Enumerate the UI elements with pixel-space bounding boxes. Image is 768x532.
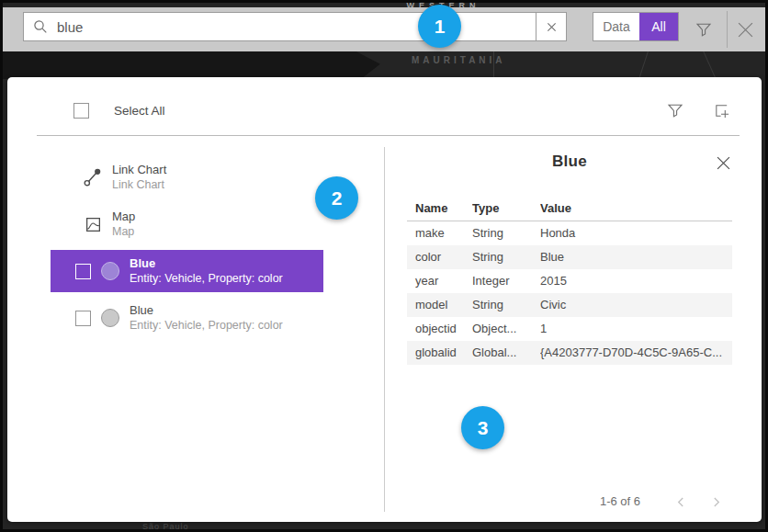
result-text: Blue Entity: Vehicle, Property: color — [130, 303, 283, 333]
close-icon — [737, 21, 754, 39]
cell-type: Object... — [472, 317, 540, 341]
select-all-row: Select All — [73, 103, 165, 119]
result-text: Blue Entity: Vehicle, Property: color — [130, 256, 283, 286]
entity-circle-icon — [101, 262, 119, 280]
cell-name: model — [407, 293, 472, 317]
pagination-prev-button[interactable] — [672, 494, 687, 509]
callout-badge-3: 3 — [461, 406, 504, 449]
toolbar-divider — [727, 11, 728, 48]
cell-name: color — [407, 245, 472, 269]
map-label-sao-paulo: São Paulo — [142, 522, 189, 531]
result-item[interactable]: Link Chart Link Chart — [51, 156, 323, 198]
result-item[interactable]: Blue Entity: Vehicle, Property: color — [51, 297, 323, 339]
cell-value: Blue — [540, 245, 732, 269]
panel-divider — [37, 135, 740, 136]
map-icon — [85, 216, 102, 233]
toolbar-filter-button[interactable] — [693, 17, 715, 41]
results-list: Link Chart Link Chart — [51, 156, 323, 344]
clear-search-button[interactable] — [536, 13, 566, 40]
table-row: make String Honda — [407, 221, 732, 245]
properties-table: Name Type Value make String Honda color … — [407, 197, 732, 365]
result-icon-slot — [100, 261, 120, 281]
table-row: color String Blue — [407, 245, 732, 269]
panel-actions — [666, 101, 730, 119]
search-input[interactable] — [55, 18, 536, 36]
result-checkbox[interactable] — [75, 311, 91, 326]
toggle-option-data[interactable]: Data — [593, 13, 639, 40]
result-subtitle: Entity: Vehicle, Property: color — [130, 271, 283, 286]
table-row: objectid Object... 1 — [407, 317, 732, 341]
result-icon-slot — [83, 167, 103, 187]
cell-type: String — [472, 245, 540, 269]
search-box[interactable] — [23, 12, 567, 41]
table-body: make String Honda color String Blue year… — [407, 221, 732, 365]
result-title: Link Chart — [112, 163, 166, 177]
funnel-icon — [667, 102, 683, 119]
add-to-selection-button[interactable] — [712, 101, 730, 119]
cell-value: Civic — [540, 293, 732, 317]
result-item[interactable]: Blue Entity: Vehicle, Property: color — [51, 250, 323, 292]
table-row: model String Civic — [407, 293, 732, 317]
cell-type: String — [472, 221, 540, 245]
chevron-right-icon — [713, 496, 721, 508]
cell-value: 2015 — [540, 269, 732, 293]
column-header-name: Name — [407, 197, 472, 221]
result-title: Blue — [130, 303, 283, 318]
app-screenshot: WESTERN MAURITANIA São Paulo Data All — [0, 0, 768, 532]
link-chart-icon — [83, 167, 103, 187]
toggle-option-all[interactable]: All — [639, 13, 678, 40]
result-title: Blue — [130, 256, 283, 271]
select-all-label: Select All — [114, 104, 165, 118]
callout-badge-2: 2 — [315, 176, 358, 220]
close-icon — [717, 156, 730, 170]
result-checkbox[interactable] — [75, 264, 91, 279]
column-header-value: Value — [540, 197, 732, 221]
cell-value: {A4203777-D70D-4C5C-9A65-C... — [540, 341, 732, 365]
chevron-left-icon — [676, 496, 684, 508]
cell-name: make — [407, 221, 472, 245]
result-subtitle: Link Chart — [112, 177, 166, 192]
result-icon-slot — [100, 308, 120, 328]
cell-type: Global... — [472, 341, 540, 365]
map-border-line — [638, 51, 649, 81]
map-border-line — [703, 51, 717, 79]
pagination-label: 1-6 of 6 — [565, 494, 675, 508]
cell-name: year — [407, 269, 472, 293]
select-all-checkbox[interactable] — [73, 103, 89, 119]
pagination-next-button[interactable] — [709, 494, 724, 509]
detail-close-button[interactable] — [715, 154, 731, 171]
search-icon — [33, 19, 48, 34]
result-subtitle: Entity: Vehicle, Property: color — [130, 318, 283, 333]
callout-badge-1: 1 — [418, 5, 461, 48]
cell-type: Integer — [472, 269, 540, 293]
table-row: year Integer 2015 — [407, 269, 732, 293]
result-subtitle: Map — [112, 224, 135, 239]
result-item[interactable]: Map Map — [51, 203, 323, 245]
detail-title: Blue — [496, 153, 643, 171]
map-label-mauritania: MAURITANIA — [412, 55, 506, 65]
funnel-icon — [695, 21, 712, 38]
result-text: Link Chart Link Chart — [112, 163, 166, 192]
cell-value: 1 — [540, 317, 732, 341]
toolbar-close-button[interactable] — [734, 19, 756, 40]
table-header: Name Type Value — [407, 197, 732, 221]
column-header-type: Type — [472, 197, 540, 221]
results-filter-button[interactable] — [666, 101, 684, 119]
search-toolbar: Data All — [3, 7, 765, 51]
search-results-panel: Select All — [7, 77, 762, 522]
add-to-selection-icon — [713, 102, 730, 119]
cell-type: String — [472, 293, 540, 317]
result-title: Map — [112, 209, 135, 224]
x-clear-icon — [547, 22, 557, 32]
result-text: Map Map — [112, 209, 135, 239]
cell-value: Honda — [540, 221, 732, 245]
data-all-toggle: Data All — [593, 12, 679, 41]
table-row: globalid Global... {A4203777-D70D-4C5C-9… — [407, 341, 732, 365]
entity-circle-icon — [101, 309, 119, 327]
result-icon-slot — [83, 214, 103, 234]
panel-vertical-divider — [384, 147, 385, 512]
cell-name: objectid — [407, 317, 472, 341]
cell-name: globalid — [407, 341, 472, 365]
